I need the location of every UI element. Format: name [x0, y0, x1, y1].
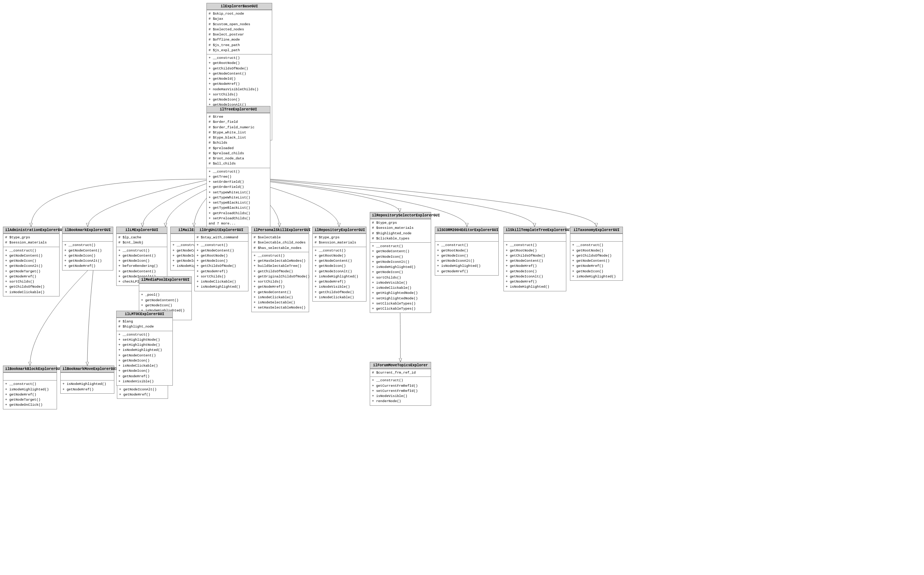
class-ilSCORM2004EditorExplorerGUI: ilSCORM2004EditorExplorerGUI + __constru… — [435, 227, 499, 276]
class-methods-ilBookmarkExplorerGUI: + __construct() + getNodeContent() + get… — [62, 241, 113, 270]
class-methods-ilPersonalSkillExplorerGUI: + __construct() + getHasSelectableNodes(… — [252, 252, 309, 312]
class-ilPersonalSkillExplorerGUI: ilPersonalSkillExplorerGUI # $selectable… — [251, 227, 309, 312]
class-title-ilPersonalSkillExplorerGUI: ilPersonalSkillExplorerGUI — [252, 227, 309, 233]
class-ilAdministrationExplorerGUI: ilAdministrationExplorerGUI # $type_grps… — [3, 227, 60, 297]
class-title-ilBookmarkBlockExplorerGUI: ilBookmarkBlockExplorerGUI — [3, 366, 57, 372]
class-attrs-ilRepositoryExplorerGUI: # $type_grps # $session_materials — [313, 233, 366, 247]
class-methods-ilOrgUnitExplorerGUI: + __construct() + getNodeContent() + get… — [195, 241, 248, 291]
class-ilSkillTemplateTreeExplorerGUI: ilSkillTemplateTreeExplorerGUI + __const… — [504, 227, 566, 291]
class-ilBookmarkExplorerGUI: ilBookmarkExplorerGUI + __construct() + … — [62, 227, 113, 270]
class-methods-ilTaxonomyExplorerGUI: + __construct() + getRootNode() + getChi… — [571, 241, 623, 280]
class-attrs-ilTreeExplorerGUI: # $tree # $order_field # $order_field_nu… — [207, 113, 270, 168]
class-title-ilTaxonomyExplorerGUI: ilTaxonomyExplorerGUI — [571, 227, 623, 233]
class-attrs-ilBookmarkExplorerGUI — [62, 233, 113, 241]
class-attrs-ilExplorerBaseGUI: # $skip_root_node # $ajax # $custom_open… — [207, 10, 272, 54]
class-attrs-ilLMExplorerGUI: # $lp_cache # $cnt_lmobj — [117, 233, 167, 247]
class-ilRepositorySelectorExplorerGUI: ilRepositorySelectorExplorerGUI # $type_… — [370, 212, 431, 313]
class-methods-ilAdministrationExplorerGUI: + __construct() + getNodeContent() + get… — [3, 247, 59, 296]
class-title-ilExplorerBaseGUI: ilExplorerBaseGUI — [207, 3, 272, 10]
class-ilRepositoryExplorerGUI: ilRepositoryExplorerGUI # $type_grps # $… — [312, 227, 366, 302]
class-ilOrgUnitExplorerGUI: ilOrgUnitExplorerGUI # $stay_with_comman… — [194, 227, 249, 291]
class-methods-ilLMTOCExplorerGUI: + __construct() + setHighlightNode() + g… — [117, 331, 173, 386]
class-title-ilMediaPoolExplorerGUI: ilMediaPoolExplorerGUI — [139, 277, 192, 283]
class-attrs-ilBookmarkMoveExplorerGUI — [61, 372, 114, 380]
class-title-ilRepositorySelectorExplorerGUI: ilRepositorySelectorExplorerGUI — [370, 212, 431, 219]
class-methods-ilBookmarkBlockExplorerGUI: + __construct() + isNodeHighlighted() + … — [3, 380, 57, 409]
class-methods-ilRepositoryExplorerGUI: + __construct() + getRootNode() + getNod… — [313, 247, 366, 302]
class-title-ilSCORM2004EditorExplorerGUI: ilSCORM2004EditorExplorerGUI — [435, 227, 498, 233]
class-title-ilOrgUnitExplorerGUI: ilOrgUnitExplorerGUI — [195, 227, 248, 233]
class-attrs-ilOrgUnitExplorerGUI: # $stay_with_command — [195, 233, 248, 241]
class-attrs-ilRepositorySelectorExplorerGUI: # $type_grps # $session_materials # $hig… — [370, 219, 431, 242]
class-methods-ilSCORM2004EditorExplorerGUI: + __construct() + getRootNode() + getNod… — [435, 241, 498, 275]
class-methods-ilTreeExplorerGUI: + __construct() + getTree() + setOrderFi… — [207, 168, 270, 233]
class-ilTreeExplorerGUI: ilTreeExplorerGUI # $tree # $order_field… — [206, 106, 270, 233]
class-methods-ilBookmarkMoveExplorerGUI: + isNodeHighlighted() + getNodeHref() — [61, 380, 114, 393]
class-title-ilSkillTemplateTreeExplorerGUI: ilSkillTemplateTreeExplorerGUI — [504, 227, 566, 233]
class-title-ilLMTOCExplorerGUI: ilLMTOCExplorerGUI — [117, 311, 173, 318]
class-methods-ilForumMoveTopicsExplorer: + __construct() + getCurrentFrmRefId() +… — [370, 376, 431, 405]
class-title-ilBookmarkMoveExplorerGUI: ilBookmarkMoveExplorerGUI — [61, 366, 114, 372]
class-attrs-ilTaxonomyExplorerGUI — [571, 233, 623, 241]
class-title-ilRepositoryExplorerGUI: ilRepositoryExplorerGUI — [313, 227, 366, 233]
diagram-container: ilExplorerBaseGUI # $skip_root_node # $a… — [0, 0, 924, 575]
class-attrs-ilMediaPoolExplorerGUI — [139, 283, 192, 291]
class-attrs-ilBookmarkBlockExplorerGUI — [3, 372, 57, 380]
offline-mode-text: # $offline_mode — [209, 37, 270, 43]
class-attrs-ilAdministrationExplorerGUI: # $type_grps # $session_materials — [3, 233, 59, 247]
class-attrs-ilPersonalSkillExplorerGUI: # $selectable # $selectable_child_nodes … — [252, 233, 309, 252]
class-title-ilForumMoveTopicsExplorer: ilForumMoveTopicsExplorer — [370, 362, 431, 369]
class-ilBookmarkMoveExplorerGUI: ilBookmarkMoveExplorerGUI + isNodeHighli… — [60, 365, 114, 394]
class-methods-ilRepositorySelectorExplorerGUI: + __construct() + getNodeContent() + get… — [370, 242, 431, 313]
class-title-ilAdministrationExplorerGUI: ilAdministrationExplorerGUI — [3, 227, 59, 233]
class-methods-ilSkillTemplateTreeExplorerGUI: + __construct() + getRootNode() + getChi… — [504, 241, 566, 291]
class-title-ilTreeExplorerGUI: ilTreeExplorerGUI — [207, 106, 270, 113]
class-attrs-ilForumMoveTopicsExplorer: # $current_frm_ref_id — [370, 369, 431, 376]
class-ilBookmarkBlockExplorerGUI: ilBookmarkBlockExplorerGUI + __construct… — [3, 365, 57, 410]
class-attrs-ilSCORM2004EditorExplorerGUI — [435, 233, 498, 241]
class-ilForumMoveTopicsExplorer: ilForumMoveTopicsExplorer # $current_frm… — [370, 362, 431, 406]
class-ilLMTOCExplorerGUI: ilLMTOCExplorerGUI # $lang # $highlight_… — [116, 311, 173, 386]
class-ilTaxonomyExplorerGUI: ilTaxonomyExplorerGUI + __construct() + … — [570, 227, 623, 281]
class-title-ilBookmarkExplorerGUI: ilBookmarkExplorerGUI — [62, 227, 113, 233]
class-attrs-ilSkillTemplateTreeExplorerGUI — [504, 233, 566, 241]
class-title-ilLMExplorerGUI: ilLMExplorerGUI — [117, 227, 167, 233]
class-attrs-ilLMTOCExplorerGUI: # $lang # $highlight_node — [117, 318, 173, 331]
